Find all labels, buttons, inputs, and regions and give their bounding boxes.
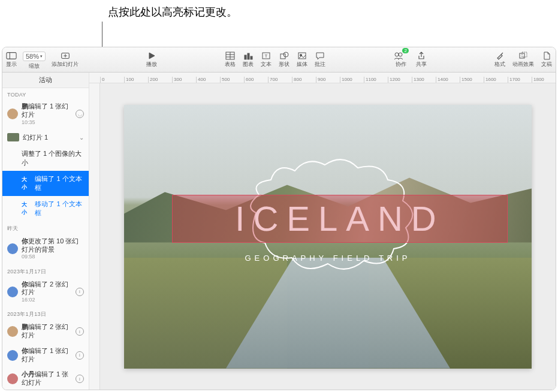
animate-icon <box>518 52 529 60</box>
shape-button[interactable]: 形状 <box>275 47 293 72</box>
chart-icon <box>243 52 254 60</box>
activity-text: 鹏编辑了 1 张幻灯片 <box>22 102 72 119</box>
format-label: 格式 <box>494 61 505 68</box>
avatar <box>7 373 18 384</box>
table-button[interactable]: 表格 <box>221 47 239 72</box>
section-date: 2023年1月17日 <box>2 264 89 277</box>
media-icon <box>297 52 307 60</box>
chevron-down-icon: ▾ <box>40 54 43 59</box>
activity-subrow[interactable]: 大小移动了 1 个文本框 <box>2 196 89 221</box>
svg-rect-11 <box>251 56 252 59</box>
avatar <box>7 108 18 119</box>
info-icon[interactable]: i <box>76 375 84 383</box>
zoom-value: 58% <box>26 53 39 60</box>
sidebar-tab-activity[interactable]: 活动 <box>2 73 89 88</box>
view-button[interactable]: 显示 <box>2 47 20 72</box>
zoom-control[interactable]: 58%▾ 缩放 <box>20 47 48 72</box>
toolbar: 显示 58%▾ 缩放 添加幻灯片 播放 表格 图表 T文本 形状 媒体 批注 <box>2 47 556 73</box>
play-label: 播放 <box>146 61 157 68</box>
svg-rect-0 <box>7 52 16 59</box>
activity-subrow[interactable]: 调整了 1 个图像的大小 <box>2 146 89 171</box>
shape-icon <box>279 52 289 60</box>
share-button[interactable]: 共享 <box>412 47 430 72</box>
info-icon[interactable]: i <box>76 351 84 360</box>
activity-row[interactable]: 你编辑了 1 张幻灯片i <box>2 343 89 367</box>
activity-text: 小丹编辑了 1 张幻灯片 <box>22 370 72 387</box>
activity-row[interactable]: 鹏编辑了 1 张幻灯片 10:35 ◡ <box>2 99 89 129</box>
add-slide-button[interactable]: 添加幻灯片 <box>48 47 82 72</box>
section-date: 2023年1月13日 <box>2 307 89 319</box>
activity-text: 你更改了第 10 张幻灯片的背景 <box>22 237 84 254</box>
info-icon[interactable]: i <box>76 327 84 336</box>
text-label: 文本 <box>261 61 272 68</box>
subrow-text: 编辑了 1 个文本框 <box>35 174 84 192</box>
document-button[interactable]: 文稿 <box>538 47 556 72</box>
section-yesterday: 昨天 <box>2 221 89 234</box>
ruler-horizontal: 0100200300400500600700800900100011001200… <box>89 73 556 83</box>
canvas-area: 0100200300400500600700800900100011001200… <box>89 73 556 390</box>
title-text-box[interactable]: ICELAND <box>172 195 508 243</box>
format-button[interactable]: 格式 <box>491 47 509 72</box>
slide-group-header[interactable]: 幻灯片 1 ⌄ <box>2 129 89 146</box>
slide-stage[interactable]: ICELAND GEOGRAPHY FIELD TRIP <box>100 83 556 390</box>
svg-point-19 <box>399 53 402 56</box>
svg-rect-20 <box>520 53 524 58</box>
chart-button[interactable]: 图表 <box>239 47 257 72</box>
animate-button[interactable]: 动画效果 <box>509 47 538 72</box>
play-button[interactable]: 播放 <box>143 47 161 72</box>
text-icon: T <box>261 52 272 60</box>
highlight-changes-toggle[interactable]: ◡ <box>76 110 84 118</box>
document-label: 文稿 <box>541 61 552 68</box>
avatar <box>7 326 18 337</box>
play-icon <box>146 52 157 60</box>
zoom-label: 缩放 <box>29 62 40 70</box>
activity-text: 鹏编辑了 2 张幻灯片 <box>22 323 72 340</box>
activity-time: 09:58 <box>22 254 84 260</box>
shape-label: 形状 <box>279 61 289 68</box>
brush-icon <box>494 52 505 60</box>
activity-row[interactable]: 鹏编辑了 2 张幻灯片i <box>2 319 89 343</box>
slide-name: 幻灯片 1 <box>23 133 48 142</box>
share-icon <box>416 52 427 60</box>
media-button[interactable]: 媒体 <box>293 47 311 72</box>
document-icon <box>541 52 552 60</box>
comment-label: 批注 <box>315 61 325 68</box>
subrow-text: 调整了 1 个图像的大小 <box>22 149 84 167</box>
slide[interactable]: ICELAND GEOGRAPHY FIELD TRIP <box>124 105 532 369</box>
table-label: 表格 <box>225 61 236 68</box>
info-icon[interactable]: i <box>76 288 84 296</box>
avatar <box>7 287 18 297</box>
collab-count-badge: 2 <box>402 48 408 53</box>
section-today: TODAY <box>2 88 89 99</box>
ruler-vertical <box>89 83 100 390</box>
share-label: 共享 <box>416 61 427 68</box>
activity-text: 你编辑了 1 张幻灯片 <box>22 347 72 364</box>
activity-row[interactable]: 你编辑了 2 张幻灯片16:02 i <box>2 277 89 307</box>
activity-row[interactable]: 小丹编辑了 1 张幻灯片i <box>2 367 89 390</box>
comment-button[interactable]: 批注 <box>311 47 329 72</box>
svg-point-18 <box>395 53 399 56</box>
activity-subrow-selected[interactable]: 大小编辑了 1 个文本框 <box>2 171 89 196</box>
text-button[interactable]: T文本 <box>257 47 275 72</box>
slide-subtitle[interactable]: GEOGRAPHY FIELD TRIP <box>124 254 532 263</box>
keynote-window: 显示 58%▾ 缩放 添加幻灯片 播放 表格 图表 T文本 形状 媒体 批注 <box>2 47 556 390</box>
collab-label: 协作 <box>396 61 406 68</box>
slide-title: ICELAND <box>235 198 444 239</box>
change-badge: 大小 <box>22 201 31 216</box>
chart-label: 图表 <box>243 61 254 68</box>
media-label: 媒体 <box>297 61 307 68</box>
avatar <box>7 243 18 254</box>
svg-rect-9 <box>245 55 246 59</box>
activity-text: 你编辑了 2 张幻灯片 <box>22 281 72 297</box>
activity-row[interactable]: 你更改了第 10 张幻灯片的背景09:58 <box>2 234 89 264</box>
activity-time: 16:02 <box>22 297 72 303</box>
activity-time: 10:35 <box>22 119 72 126</box>
view-label: 显示 <box>6 61 17 68</box>
avatar <box>7 350 18 361</box>
svg-rect-10 <box>248 53 249 59</box>
table-icon <box>225 52 236 60</box>
animate-label: 动画效果 <box>512 61 534 68</box>
svg-text:T: T <box>265 53 268 59</box>
collab-button[interactable]: 2 协作 <box>390 47 412 72</box>
change-badge: 大小 <box>22 176 31 191</box>
